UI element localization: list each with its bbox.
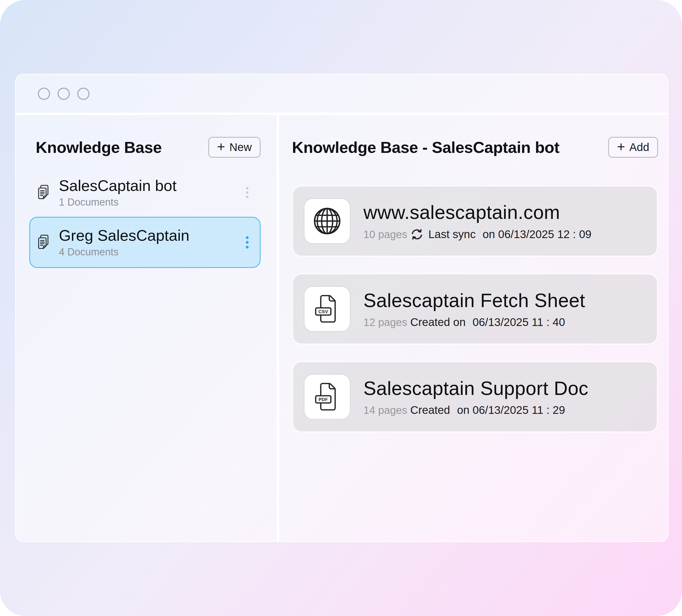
item-menu-kebab-icon[interactable]: [245, 235, 249, 249]
window-titlebar: [16, 74, 667, 115]
meta-date: on 06/13/2025 11 : 29: [457, 404, 565, 416]
new-button[interactable]: + New: [208, 137, 260, 158]
sidebar-item-greg-salescaptain[interactable]: Greg SalesCaptain 4 Documents: [29, 217, 260, 268]
icon-tile: [304, 198, 350, 244]
app-window: Knowledge Base + New: [15, 74, 668, 542]
documents-title: Knowledge Base - SalesCaptain bot: [292, 138, 560, 157]
document-meta: 10 pages Last sync: [363, 228, 591, 241]
globe-icon: [313, 207, 342, 235]
add-button-label: Add: [629, 141, 649, 154]
document-title: www.salescaptain.com: [363, 201, 591, 224]
document-card-text: Salescaptain Support Doc 14 pages Create…: [363, 377, 589, 416]
window-control-minimize-icon[interactable]: [58, 88, 70, 100]
page-count: 12 pages: [363, 316, 410, 328]
meta-label: Created on: [410, 316, 466, 329]
document-card-pdf[interactable]: PDF Salescaptain Support Doc 14 pages Cr…: [292, 361, 658, 433]
sidebar-item-title: Greg SalesCaptain: [59, 226, 189, 245]
knowledge-base-list: SalesCaptain bot 1 Documents: [29, 170, 260, 268]
sidebar-header: Knowledge Base + New: [29, 137, 260, 158]
plus-icon: +: [217, 140, 225, 154]
page-count: 14 pages: [363, 404, 410, 416]
sidebar-item-title: SalesCaptain bot: [59, 177, 177, 195]
new-button-label: New: [229, 141, 252, 154]
documents-icon: [37, 185, 51, 201]
document-card-text: Salescaptain Fetch Sheet 12 pages Create…: [363, 289, 585, 329]
panel-divider: [276, 115, 279, 541]
sidebar-panel: Knowledge Base + New: [16, 115, 276, 541]
document-meta: 14 pages Created on 06/13/2025 11 : 29: [363, 404, 589, 416]
page-background: Knowledge Base + New: [0, 0, 682, 616]
documents-header: Knowledge Base - SalesCaptain bot + Add: [292, 137, 658, 158]
meta-date: 06/13/2025 11 : 40: [473, 316, 565, 329]
document-card-text: www.salescaptain.com 10 pages: [363, 201, 591, 241]
sync-icon: [410, 228, 424, 241]
document-title: Salescaptain Support Doc: [363, 377, 589, 400]
csv-file-icon: CSV: [314, 294, 340, 324]
file-badge-label: PDF: [319, 397, 328, 402]
document-cards: www.salescaptain.com 10 pages: [292, 185, 658, 433]
pdf-file-icon: PDF: [314, 382, 340, 412]
page-count: 10 pages: [363, 228, 410, 241]
meta-label: Created: [410, 404, 450, 416]
meta-label: Last sync: [428, 228, 476, 241]
sidebar-item-salescaptain-bot[interactable]: SalesCaptain bot 1 Documents: [29, 170, 260, 215]
file-badge-label: CSV: [318, 309, 328, 314]
sidebar-title: Knowledge Base: [36, 138, 162, 157]
item-menu-kebab-icon[interactable]: [245, 186, 249, 199]
documents-icon: [37, 234, 51, 250]
plus-icon: +: [617, 140, 625, 154]
icon-tile: CSV: [304, 286, 350, 332]
document-card-csv[interactable]: CSV Salescaptain Fetch Sheet 12 pages Cr…: [292, 273, 658, 345]
icon-tile: PDF: [304, 374, 350, 420]
documents-panel: Knowledge Base - SalesCaptain bot + Add: [279, 115, 667, 541]
sidebar-item-subtitle: 1 Documents: [59, 196, 177, 208]
meta-date: on 06/13/2025 12 : 09: [482, 228, 591, 241]
document-card-website[interactable]: www.salescaptain.com 10 pages: [292, 185, 658, 257]
sidebar-item-subtitle: 4 Documents: [59, 246, 189, 258]
window-content: Knowledge Base + New: [16, 115, 667, 541]
document-title: Salescaptain Fetch Sheet: [363, 289, 585, 312]
add-button[interactable]: + Add: [608, 137, 658, 158]
window-control-close-icon[interactable]: [38, 88, 50, 100]
document-meta: 12 pages Created on 06/13/2025 11 : 40: [363, 316, 585, 329]
sidebar-item-text: SalesCaptain bot 1 Documents: [59, 177, 177, 208]
window-control-maximize-icon[interactable]: [77, 88, 90, 100]
sidebar-item-text: Greg SalesCaptain 4 Documents: [59, 226, 189, 258]
